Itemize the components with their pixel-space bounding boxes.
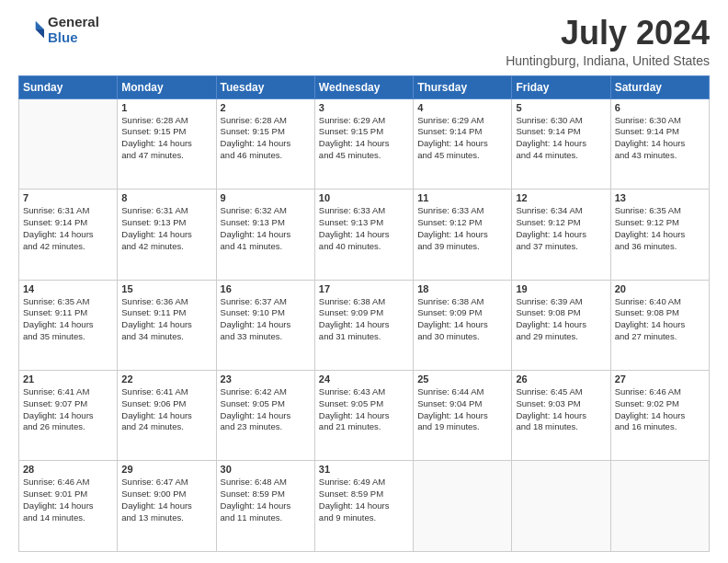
day-number: 26 [516,373,606,385]
cell-content: Sunrise: 6:35 AMSunset: 9:12 PMDaylight:… [615,205,705,252]
calendar-week-row: 28Sunrise: 6:46 AMSunset: 9:01 PMDayligh… [19,461,710,552]
table-row: 8Sunrise: 6:31 AMSunset: 9:13 PMDaylight… [118,190,216,280]
col-sunday: Sunday [19,75,118,98]
table-row: 16Sunrise: 6:37 AMSunset: 9:10 PMDayligh… [216,280,314,370]
header: General Blue July 2024 Huntingburg, Indi… [18,15,710,68]
svg-marker-0 [36,20,44,29]
cell-content: Sunrise: 6:43 AMSunset: 9:05 PMDaylight:… [319,386,409,433]
table-row: 2Sunrise: 6:28 AMSunset: 9:15 PMDaylight… [216,98,314,189]
title-block: July 2024 Huntingburg, Indiana, United S… [506,15,710,68]
day-number: 20 [615,283,705,294]
table-row: 9Sunrise: 6:32 AMSunset: 9:13 PMDaylight… [216,190,314,280]
day-number: 24 [319,373,409,385]
cell-content: Sunrise: 6:41 AMSunset: 9:07 PMDaylight:… [23,386,113,433]
day-number: 23 [221,373,311,385]
cell-content: Sunrise: 6:33 AMSunset: 9:13 PMDaylight:… [319,205,409,252]
day-number: 17 [319,283,409,294]
day-number: 9 [221,192,311,203]
col-tuesday: Tuesday [216,75,314,98]
cell-content: Sunrise: 6:28 AMSunset: 9:15 PMDaylight:… [221,115,311,162]
cell-content: Sunrise: 6:30 AMSunset: 9:14 PMDaylight:… [615,115,705,162]
table-row: 7Sunrise: 6:31 AMSunset: 9:14 PMDaylight… [19,190,118,280]
day-number: 29 [121,464,211,475]
day-number: 19 [516,283,606,294]
day-number: 25 [417,373,507,385]
table-row: 26Sunrise: 6:45 AMSunset: 9:03 PMDayligh… [512,371,610,461]
table-row: 22Sunrise: 6:41 AMSunset: 9:06 PMDayligh… [118,371,216,461]
table-row: 18Sunrise: 6:38 AMSunset: 9:09 PMDayligh… [414,280,512,370]
table-row: 21Sunrise: 6:41 AMSunset: 9:07 PMDayligh… [19,371,118,461]
calendar-week-row: 7Sunrise: 6:31 AMSunset: 9:14 PMDaylight… [19,190,710,280]
cell-content: Sunrise: 6:29 AMSunset: 9:14 PMDaylight:… [417,115,507,162]
page: General Blue July 2024 Huntingburg, Indi… [0,0,728,563]
calendar-header-row: Sunday Monday Tuesday Wednesday Thursday… [19,75,710,98]
table-row: 10Sunrise: 6:33 AMSunset: 9:13 PMDayligh… [314,190,413,280]
cell-content: Sunrise: 6:41 AMSunset: 9:06 PMDaylight:… [121,386,211,433]
table-row: 17Sunrise: 6:38 AMSunset: 9:09 PMDayligh… [314,280,413,370]
day-number: 13 [615,192,705,203]
day-number: 1 [121,102,211,113]
main-title: July 2024 [506,15,710,52]
day-number: 31 [319,464,409,475]
cell-content: Sunrise: 6:38 AMSunset: 9:09 PMDaylight:… [319,296,409,343]
table-row: 24Sunrise: 6:43 AMSunset: 9:05 PMDayligh… [314,371,413,461]
table-row: 31Sunrise: 6:49 AMSunset: 8:59 PMDayligh… [314,461,413,552]
cell-content: Sunrise: 6:39 AMSunset: 9:08 PMDaylight:… [516,296,606,343]
table-row: 28Sunrise: 6:46 AMSunset: 9:01 PMDayligh… [19,461,118,552]
day-number: 8 [121,192,211,203]
cell-content: Sunrise: 6:31 AMSunset: 9:14 PMDaylight:… [23,205,113,252]
day-number: 30 [221,464,311,475]
table-row: 3Sunrise: 6:29 AMSunset: 9:15 PMDaylight… [314,98,413,189]
table-row: 20Sunrise: 6:40 AMSunset: 9:08 PMDayligh… [610,280,709,370]
day-number: 2 [221,102,311,113]
calendar-table: Sunday Monday Tuesday Wednesday Thursday… [18,75,710,552]
cell-content: Sunrise: 6:34 AMSunset: 9:12 PMDaylight:… [516,205,606,252]
day-number: 11 [417,192,507,203]
day-number: 21 [23,373,113,385]
table-row: 15Sunrise: 6:36 AMSunset: 9:11 PMDayligh… [118,280,216,370]
table-row: 11Sunrise: 6:33 AMSunset: 9:12 PMDayligh… [414,190,512,280]
day-number: 4 [417,102,507,113]
logo-text: General Blue [48,15,99,45]
logo-general-text: General [48,15,99,30]
cell-content: Sunrise: 6:33 AMSunset: 9:12 PMDaylight:… [417,205,507,252]
cell-content: Sunrise: 6:49 AMSunset: 8:59 PMDaylight:… [319,477,409,523]
logo-blue-text: Blue [48,30,99,46]
day-number: 22 [121,373,211,385]
cell-content: Sunrise: 6:31 AMSunset: 9:13 PMDaylight:… [121,205,211,252]
table-row [19,98,118,189]
table-row: 14Sunrise: 6:35 AMSunset: 9:11 PMDayligh… [19,280,118,370]
cell-content: Sunrise: 6:48 AMSunset: 8:59 PMDaylight:… [221,477,311,523]
day-number: 5 [516,102,606,113]
table-row: 1Sunrise: 6:28 AMSunset: 9:15 PMDaylight… [118,98,216,189]
cell-content: Sunrise: 6:45 AMSunset: 9:03 PMDaylight:… [516,386,606,433]
logo-icon [18,17,44,43]
cell-content: Sunrise: 6:37 AMSunset: 9:10 PMDaylight:… [221,296,311,343]
cell-content: Sunrise: 6:30 AMSunset: 9:14 PMDaylight:… [516,115,606,162]
table-row [414,461,512,552]
table-row: 25Sunrise: 6:44 AMSunset: 9:04 PMDayligh… [414,371,512,461]
svg-marker-1 [36,29,44,38]
subtitle: Huntingburg, Indiana, United States [506,53,710,68]
calendar-week-row: 21Sunrise: 6:41 AMSunset: 9:07 PMDayligh… [19,371,710,461]
table-row: 27Sunrise: 6:46 AMSunset: 9:02 PMDayligh… [610,371,709,461]
day-number: 3 [319,102,409,113]
table-row: 30Sunrise: 6:48 AMSunset: 8:59 PMDayligh… [216,461,314,552]
day-number: 15 [121,283,211,294]
cell-content: Sunrise: 6:29 AMSunset: 9:15 PMDaylight:… [319,115,409,162]
day-number: 7 [23,192,113,203]
table-row [610,461,709,552]
table-row: 12Sunrise: 6:34 AMSunset: 9:12 PMDayligh… [512,190,610,280]
day-number: 18 [417,283,507,294]
table-row: 6Sunrise: 6:30 AMSunset: 9:14 PMDaylight… [610,98,709,189]
cell-content: Sunrise: 6:47 AMSunset: 9:00 PMDaylight:… [121,477,211,523]
day-number: 10 [319,192,409,203]
day-number: 28 [23,464,113,475]
day-number: 16 [221,283,311,294]
logo: General Blue [18,15,99,45]
calendar-week-row: 14Sunrise: 6:35 AMSunset: 9:11 PMDayligh… [19,280,710,370]
cell-content: Sunrise: 6:46 AMSunset: 9:01 PMDaylight:… [23,477,113,523]
day-number: 27 [615,373,705,385]
table-row [512,461,610,552]
col-saturday: Saturday [610,75,709,98]
